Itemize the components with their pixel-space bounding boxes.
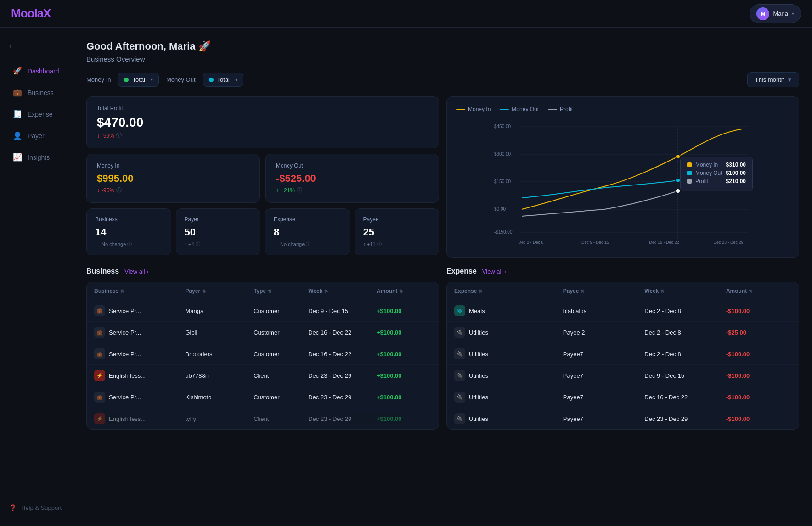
expense-section-title: Expense xyxy=(446,267,477,275)
sidebar-collapse-button[interactable]: ‹ xyxy=(0,37,73,60)
table-row[interactable]: 🔌 Utilities Payee7 Dec 2 - Dec 8 -$100.0… xyxy=(447,343,799,365)
arrow-down-icon: ↓ xyxy=(97,187,100,194)
table-row[interactable]: 💼 Service Pr... Gibli Customer Dec 16 - … xyxy=(87,322,439,343)
col-amount: Amount ⇅ xyxy=(726,288,791,294)
table-row[interactable]: 🍽 Meals blablalba Dec 2 - Dec 8 -$100.00 xyxy=(447,300,799,322)
legend-dot-profit xyxy=(548,109,557,110)
payer-name: Kishimoto xyxy=(185,394,254,401)
week: Dec 2 - Dec 8 xyxy=(644,329,726,336)
cell-business: 💼 Service Pr... xyxy=(94,348,185,359)
svg-text:Dec 23 - Dec 29: Dec 23 - Dec 29 xyxy=(713,240,743,245)
left-cards: Total Profit $470.00 ↓ -99% ⓘ Money In $… xyxy=(86,96,439,258)
svg-point-11 xyxy=(676,154,680,159)
table-row[interactable]: 💼 Service Pr... Brocoders Customer Dec 1… xyxy=(87,343,439,365)
payer-name: ub7788n xyxy=(185,372,254,379)
main-content: Good Afternoon, Maria 🚀 Business Overvie… xyxy=(73,28,812,526)
payee-name: Payee7 xyxy=(563,351,645,358)
chart-tooltip: Money In $310.00 Money Out $100.00 Profi… xyxy=(680,157,753,191)
expense-table: Expense ⇅ Payee ⇅ Week ⇅ Amount ⇅ 🍽 Meal… xyxy=(446,282,799,430)
svg-text:Dec 16 - Dec 22: Dec 16 - Dec 22 xyxy=(649,240,679,245)
user-badge[interactable]: M Maria ▾ xyxy=(750,4,801,23)
svg-text:-$150.00: -$150.00 xyxy=(494,229,513,235)
money-in-card-label: Money In xyxy=(97,162,249,169)
sidebar-item-expense[interactable]: 🧾 Expense xyxy=(4,104,69,124)
money-in-select[interactable]: Total ▾ xyxy=(118,73,158,87)
period-select[interactable]: This month ▾ xyxy=(747,72,799,87)
payee-name: blablalba xyxy=(563,308,645,314)
table-row[interactable]: 💼 Service Pr... Manga Customer Dec 9 - D… xyxy=(87,300,439,322)
help-support[interactable]: ❓ Help & Support xyxy=(0,499,73,517)
business-name: Service Pr... xyxy=(109,394,141,401)
sidebar-item-dashboard[interactable]: 🚀 Dashboard xyxy=(4,61,69,81)
col-type: Type ⇅ xyxy=(254,288,308,294)
arrow-up-icon: ↑ xyxy=(276,187,279,194)
utilities-icon: 🔌 xyxy=(454,327,465,338)
week: Dec 9 - Dec 15 xyxy=(644,372,726,379)
expense-section: Expense View all › Expense ⇅ Payee ⇅ Wee… xyxy=(446,267,799,430)
amount: +$100.00 xyxy=(377,329,431,336)
small-card-value: 25 xyxy=(363,226,431,238)
table-row[interactable]: ⚡ English less... tyffy Client Dec 23 - … xyxy=(87,408,439,429)
col-expense: Expense ⇅ xyxy=(454,288,563,294)
money-in-card: Money In $995.00 ↓ -96% ⓘ xyxy=(86,154,260,203)
money-out-change: ↑ +21% ⓘ xyxy=(276,186,429,194)
table-row[interactable]: 🔌 Utilities Payee 2 Dec 2 - Dec 8 -$25.0… xyxy=(447,322,799,343)
week: Dec 9 - Dec 15 xyxy=(308,308,377,314)
business-table-header: Business ⇅ Payer ⇅ Type ⇅ Week ⇅ Amount … xyxy=(87,282,439,300)
legend-label-profit: Profit xyxy=(560,106,573,112)
business-view-all[interactable]: View all › xyxy=(124,268,148,275)
sidebar-item-insights[interactable]: 📈 Insights xyxy=(4,147,69,167)
payer-name: Gibli xyxy=(185,329,254,336)
cell-business: 💼 Service Pr... xyxy=(94,305,185,316)
table-row[interactable]: 🔌 Utilities Payee7 Dec 16 - Dec 22 -$100… xyxy=(447,386,799,408)
expense-name: Utilities xyxy=(469,372,488,379)
legend-dot-money-out xyxy=(500,109,509,110)
col-week: Week ⇅ xyxy=(644,288,726,294)
sidebar-item-payer[interactable]: 👤 Payer xyxy=(4,126,69,145)
amount: +$100.00 xyxy=(377,308,431,314)
business-name: English less... xyxy=(109,415,146,422)
payee-name: Payee7 xyxy=(563,394,645,401)
expense-name: Utilities xyxy=(469,329,488,336)
cell-expense: 🔌 Utilities xyxy=(454,370,563,381)
business-name: English less... xyxy=(109,372,146,379)
table-row[interactable]: 💼 Service Pr... Kishimoto Customer Dec 2… xyxy=(87,386,439,408)
table-row[interactable]: ⚡ English less... ub7788n Client Dec 23 … xyxy=(87,365,439,386)
small-card-change: — No change ⓘ xyxy=(95,241,163,247)
legend-label-money-out: Money Out xyxy=(512,106,539,112)
tooltip-val-money-in: $310.00 xyxy=(726,162,746,168)
arrow-down-icon: ↓ xyxy=(97,133,100,139)
expense-name: Utilities xyxy=(469,415,488,422)
sidebar-item-business[interactable]: 💼 Business xyxy=(4,83,69,102)
tooltip-profit: Profit $210.00 xyxy=(687,178,746,185)
week: Dec 23 - Dec 29 xyxy=(308,415,377,422)
small-card-label: Business xyxy=(95,216,163,223)
sidebar: ‹ 🚀 Dashboard 💼 Business 🧾 Expense 👤 Pay… xyxy=(0,28,73,526)
col-payee: Payee ⇅ xyxy=(563,288,645,294)
meal-icon: 🍽 xyxy=(454,305,465,316)
table-row[interactable]: 🔌 Utilities Payee7 Dec 23 - Dec 29 -$100… xyxy=(447,408,799,429)
cell-expense: 🔌 Utilities xyxy=(454,327,563,338)
legend-money-out: Money Out xyxy=(500,106,539,112)
expense-view-all[interactable]: View all › xyxy=(482,268,506,275)
small-card-change: ↑ +4 ⓘ xyxy=(185,241,252,247)
table-row[interactable]: 🔌 Utilities Payee7 Dec 9 - Dec 15 -$100.… xyxy=(447,365,799,386)
amount: -$100.00 xyxy=(726,351,791,358)
chart-card: Money In Money Out Profit $450.00 xyxy=(446,96,799,258)
tooltip-val-money-out: $100.00 xyxy=(726,170,746,176)
week: Dec 23 - Dec 29 xyxy=(644,415,726,422)
money-out-select[interactable]: Total ▾ xyxy=(203,73,243,87)
small-card-label: Expense xyxy=(274,216,341,223)
week: Dec 23 - Dec 29 xyxy=(308,372,377,379)
expense-name: Utilities xyxy=(469,394,488,401)
small-card-value: 8 xyxy=(274,226,341,238)
chart-area: $450.00 $300.00 $150.00 $0.00 -$150.00 xyxy=(456,120,789,248)
sidebar-item-label: Insights xyxy=(28,154,50,161)
info-icon: ⓘ xyxy=(116,132,122,140)
business-name: Service Pr... xyxy=(109,308,141,314)
expense-section-header: Expense View all › xyxy=(446,267,799,275)
money-out-card: Money Out -$525.00 ↑ +21% ⓘ xyxy=(265,154,439,203)
small-card-label: Payee xyxy=(363,216,431,223)
amount: -$100.00 xyxy=(726,394,791,401)
total-profit-value: $470.00 xyxy=(97,115,429,130)
